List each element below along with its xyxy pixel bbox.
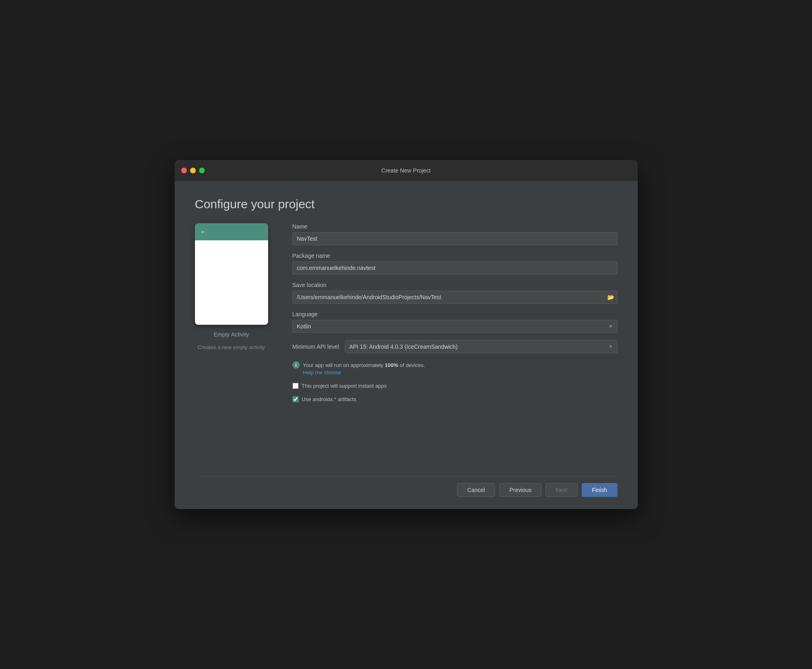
instant-apps-label: This project will support instant apps xyxy=(302,383,387,389)
api-select-wrapper: API 15: Android 4.0.3 (IceCreamSandwich)… xyxy=(345,340,617,353)
instant-apps-checkbox[interactable] xyxy=(292,383,299,389)
api-level-row: Minimum API level API 15: Android 4.0.3 … xyxy=(292,340,617,353)
activity-name: Empty Activity xyxy=(214,331,249,338)
name-input[interactable] xyxy=(292,232,617,245)
info-text: Your app will run on approximately 100% … xyxy=(303,362,425,368)
phone-top-bar: ← xyxy=(195,223,268,240)
info-section: i Your app will run on approximately 100… xyxy=(292,360,617,376)
info-row: i Your app will run on approximately 100… xyxy=(292,361,617,369)
info-text-prefix: Your app will run on approximately xyxy=(303,362,385,368)
content-area: Configure your project ← Empty Activity … xyxy=(175,181,638,509)
cancel-button[interactable]: Cancel xyxy=(457,483,495,497)
package-name-input[interactable] xyxy=(292,261,617,274)
phone-mockup: ← xyxy=(195,223,268,325)
previous-button[interactable]: Previous xyxy=(499,483,541,497)
maximize-button[interactable] xyxy=(199,168,205,173)
left-panel: ← Empty Activity Creates a new empty act… xyxy=(195,223,268,350)
min-api-select[interactable]: API 15: Android 4.0.3 (IceCreamSandwich)… xyxy=(345,340,617,353)
name-field-group: Name xyxy=(292,223,617,245)
folder-icon[interactable]: 📂 xyxy=(607,294,614,300)
androidx-checkbox[interactable] xyxy=(292,396,299,402)
save-location-wrapper: 📂 xyxy=(292,291,617,304)
info-icon: i xyxy=(292,361,300,369)
page-title: Configure your project xyxy=(195,197,617,211)
language-field-group: Language Kotlin Java ▼ xyxy=(292,311,617,333)
save-location-input[interactable] xyxy=(292,291,617,304)
package-name-field-group: Package name xyxy=(292,252,617,274)
info-text-suffix: of devices. xyxy=(398,362,425,368)
instant-apps-row: This project will support instant apps xyxy=(292,383,617,389)
phone-body xyxy=(195,240,268,325)
language-select-wrapper: Kotlin Java ▼ xyxy=(292,320,617,333)
androidx-label: Use androidx.* artifacts xyxy=(302,396,356,402)
titlebar: Create New Project xyxy=(175,160,638,181)
main-area: ← Empty Activity Creates a new empty act… xyxy=(195,223,617,476)
language-select[interactable]: Kotlin Java xyxy=(292,320,617,333)
min-api-label: Minimum API level xyxy=(292,343,339,350)
close-button[interactable] xyxy=(181,168,187,173)
finish-button[interactable]: Finish xyxy=(582,483,617,497)
window-controls xyxy=(181,168,205,173)
save-location-label: Save location xyxy=(292,282,617,288)
back-arrow-icon: ← xyxy=(200,228,207,236)
window-title: Create New Project xyxy=(381,167,431,174)
language-label: Language xyxy=(292,311,617,317)
footer: Cancel Previous Next Finish xyxy=(195,476,617,497)
help-me-choose-link[interactable]: Help me choose xyxy=(303,369,617,376)
package-name-label: Package name xyxy=(292,252,617,259)
right-panel: Name Package name Save location 📂 xyxy=(292,223,617,402)
save-location-field-group: Save location 📂 xyxy=(292,282,617,304)
minimize-button[interactable] xyxy=(190,168,196,173)
main-window: Create New Project Configure your projec… xyxy=(175,160,638,509)
info-bold: 100% xyxy=(385,362,398,368)
name-label: Name xyxy=(292,223,617,230)
androidx-row: Use androidx.* artifacts xyxy=(292,396,617,402)
activity-description: Creates a new empty activity xyxy=(197,344,265,350)
next-button[interactable]: Next xyxy=(546,483,578,497)
